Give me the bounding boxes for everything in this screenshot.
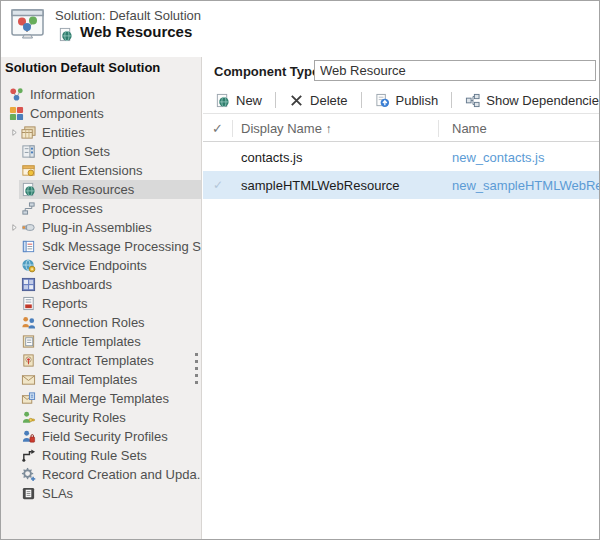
show-dependencies-icon bbox=[465, 93, 480, 108]
web-resource-page-icon bbox=[58, 27, 73, 42]
publish-button[interactable]: Publish bbox=[371, 91, 443, 110]
slas-icon bbox=[21, 486, 36, 501]
new-button[interactable]: New bbox=[211, 91, 266, 110]
sidebar-item-label: Contract Templates bbox=[42, 353, 154, 368]
sidebar-item-web-resources[interactable]: Web Resources bbox=[1, 180, 201, 199]
new-icon bbox=[215, 93, 230, 108]
sidebar-item-information[interactable]: Information bbox=[1, 85, 201, 104]
expander-spacer bbox=[7, 145, 21, 159]
toolbar: NewDeletePublishShow Dependencies bbox=[203, 87, 599, 114]
sidebar-item-label: Record Creation and Upda... bbox=[42, 467, 202, 482]
splitter-handle[interactable] bbox=[195, 353, 198, 384]
toolbar-separator bbox=[361, 92, 362, 108]
reports-icon bbox=[21, 296, 36, 311]
sidebar-item-entities[interactable]: Entities bbox=[1, 123, 201, 142]
column-label: Name bbox=[452, 121, 487, 136]
name-link[interactable]: new_contacts.js bbox=[452, 150, 545, 165]
sidebar-item-label: Components bbox=[30, 106, 104, 121]
table-body: contacts.jsnew_contacts.js✓sampleHTMLWeb… bbox=[203, 143, 599, 199]
toolbar-separator bbox=[275, 92, 276, 108]
expander-spacer bbox=[7, 259, 21, 273]
sidebar-item-label: Reports bbox=[42, 296, 88, 311]
table-row[interactable]: contacts.jsnew_contacts.js bbox=[203, 143, 599, 171]
web-resources-icon bbox=[21, 182, 36, 197]
sidebar-item-components[interactable]: Components bbox=[1, 104, 201, 123]
sidebar-item-label: Information bbox=[30, 87, 95, 102]
toolbar-separator bbox=[451, 92, 452, 108]
expander-spacer bbox=[7, 316, 21, 330]
sidebar-item-routing-rule-sets[interactable]: Routing Rule Sets bbox=[1, 446, 201, 465]
option-sets-icon bbox=[21, 144, 36, 159]
sidebar-item-list: InformationComponentsEntitiesOption Sets… bbox=[1, 85, 201, 503]
client-extensions-icon bbox=[21, 163, 36, 178]
sidebar-item-sdk-message-processing-s[interactable]: Sdk Message Processing S... bbox=[1, 237, 201, 256]
expander-spacer bbox=[7, 354, 21, 368]
page-title: Web Resources bbox=[80, 23, 192, 40]
expander-spacer bbox=[7, 411, 21, 425]
toolbar-button-label: New bbox=[236, 93, 262, 108]
column-header-name[interactable]: Name bbox=[439, 120, 599, 137]
select-all-checkbox[interactable]: ✓ bbox=[203, 120, 233, 137]
sidebar-item-record-creation-and-upda[interactable]: Record Creation and Upda... bbox=[1, 465, 201, 484]
sidebar-item-slas[interactable]: SLAs bbox=[1, 484, 201, 503]
name-link[interactable]: new_sampleHTMLWebRes... bbox=[452, 178, 599, 193]
sidebar-item-email-templates[interactable]: Email Templates bbox=[1, 370, 201, 389]
sidebar-item-label: SLAs bbox=[42, 486, 73, 501]
email-templates-icon bbox=[21, 372, 36, 387]
expander-spacer bbox=[7, 202, 21, 216]
sidebar-item-field-security-profiles[interactable]: Field Security Profiles bbox=[1, 427, 201, 446]
sidebar-item-dashboards[interactable]: Dashboards bbox=[1, 275, 201, 294]
sidebar-item-label: Sdk Message Processing S... bbox=[42, 239, 202, 254]
sidebar-item-article-templates[interactable]: Article Templates bbox=[1, 332, 201, 351]
table-header: ✓ Display Name ↑ Name bbox=[203, 115, 599, 142]
sidebar-item-label: Mail Merge Templates bbox=[42, 391, 169, 406]
components-icon bbox=[9, 106, 24, 121]
article-templates-icon bbox=[21, 334, 36, 349]
expander-spacer bbox=[7, 468, 21, 482]
sidebar-item-label: Entities bbox=[42, 125, 85, 140]
component-type-label: Component Type bbox=[214, 64, 319, 79]
sort-ascending-icon: ↑ bbox=[326, 122, 332, 136]
sidebar-item-label: Processes bbox=[42, 201, 103, 216]
expander-spacer bbox=[7, 430, 21, 444]
sidebar-item-service-endpoints[interactable]: Service Endpoints bbox=[1, 256, 201, 275]
table-row[interactable]: ✓sampleHTMLWebResourcenew_sampleHTMLWebR… bbox=[203, 171, 599, 199]
expander-spacer bbox=[7, 297, 21, 311]
information-icon bbox=[9, 87, 24, 102]
column-header-display-name[interactable]: Display Name ↑ bbox=[233, 120, 439, 137]
sidebar-item-option-sets[interactable]: Option Sets bbox=[1, 142, 201, 161]
routing-rule-icon bbox=[21, 448, 36, 463]
mail-merge-icon bbox=[21, 391, 36, 406]
page-header: Solution: Default Solution Web Resources bbox=[1, 1, 599, 57]
solution-icon bbox=[11, 9, 45, 39]
name-cell: new_sampleHTMLWebRes... bbox=[439, 178, 599, 193]
expander-spacer bbox=[7, 487, 21, 501]
component-type-select[interactable] bbox=[314, 60, 596, 81]
sidebar-item-connection-roles[interactable]: Connection Roles bbox=[1, 313, 201, 332]
record-creation-icon bbox=[21, 467, 36, 482]
name-cell: new_contacts.js bbox=[439, 150, 599, 165]
sidebar-item-security-roles[interactable]: Security Roles bbox=[1, 408, 201, 427]
sidebar: Solution Default Solution InformationCom… bbox=[1, 57, 202, 539]
show-dependencies-button[interactable]: Show Dependencies bbox=[461, 91, 600, 110]
sidebar-item-client-extensions[interactable]: Client Extensions bbox=[1, 161, 201, 180]
sidebar-item-contract-templates[interactable]: Contract Templates bbox=[1, 351, 201, 370]
expander-spacer bbox=[7, 373, 21, 387]
check-icon: ✓ bbox=[212, 121, 223, 136]
dashboards-icon bbox=[21, 277, 36, 292]
sidebar-item-mail-merge-templates[interactable]: Mail Merge Templates bbox=[1, 389, 201, 408]
row-checkbox[interactable]: ✓ bbox=[203, 178, 233, 192]
expander-icon[interactable] bbox=[7, 126, 21, 140]
sidebar-item-reports[interactable]: Reports bbox=[1, 294, 201, 313]
toolbar-button-label: Delete bbox=[310, 93, 348, 108]
security-roles-icon bbox=[21, 410, 36, 425]
expander-spacer bbox=[7, 392, 21, 406]
publish-icon bbox=[375, 93, 390, 108]
delete-button[interactable]: Delete bbox=[285, 91, 352, 110]
entities-icon bbox=[21, 125, 36, 140]
display-name-cell: sampleHTMLWebResource bbox=[233, 178, 439, 193]
sidebar-item-processes[interactable]: Processes bbox=[1, 199, 201, 218]
toolbar-button-label: Show Dependencies bbox=[486, 93, 600, 108]
expander-icon[interactable] bbox=[7, 221, 21, 235]
sidebar-item-plug-in-assemblies[interactable]: Plug-in Assemblies bbox=[1, 218, 201, 237]
